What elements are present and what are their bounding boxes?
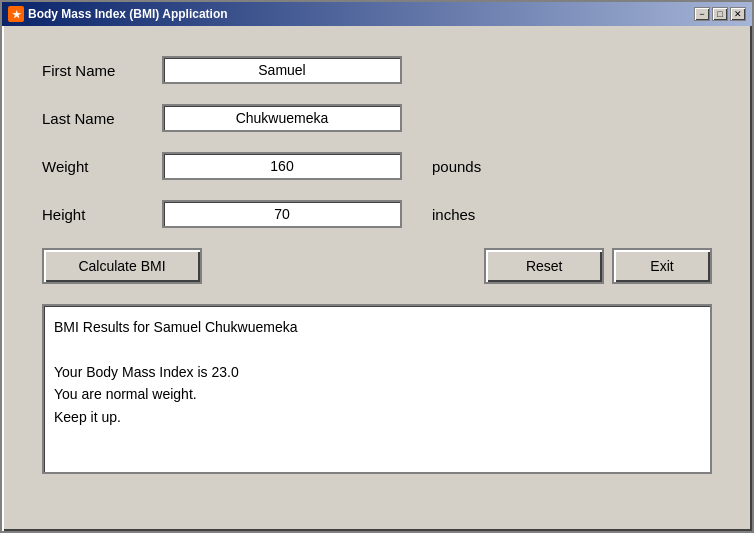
calculate-bmi-button[interactable]: Calculate BMI [42, 248, 202, 284]
button-row: Calculate BMI Reset Exit [42, 248, 712, 284]
first-name-label: First Name [42, 62, 142, 79]
app-icon: ★ [8, 6, 24, 22]
close-button[interactable]: ✕ [730, 7, 746, 21]
title-buttons: − □ ✕ [694, 7, 746, 21]
window-title: Body Mass Index (BMI) Application [28, 7, 228, 21]
height-unit-label: inches [432, 206, 475, 223]
weight-input[interactable] [162, 152, 402, 180]
weight-row: Weight pounds [42, 152, 712, 180]
first-name-input[interactable] [162, 56, 402, 84]
minimize-button[interactable]: − [694, 7, 710, 21]
height-row: Height inches [42, 200, 712, 228]
last-name-input[interactable] [162, 104, 402, 132]
main-window: ★ Body Mass Index (BMI) Application − □ … [0, 0, 754, 533]
weight-unit-label: pounds [432, 158, 481, 175]
weight-label: Weight [42, 158, 142, 175]
height-input[interactable] [162, 200, 402, 228]
exit-button[interactable]: Exit [612, 248, 712, 284]
last-name-row: Last Name [42, 104, 712, 132]
title-bar: ★ Body Mass Index (BMI) Application − □ … [2, 2, 752, 26]
results-textarea[interactable]: BMI Results for Samuel Chukwuemeka Your … [42, 304, 712, 474]
results-area-container: BMI Results for Samuel Chukwuemeka Your … [42, 304, 712, 511]
maximize-button[interactable]: □ [712, 7, 728, 21]
title-bar-left: ★ Body Mass Index (BMI) Application [8, 6, 228, 22]
last-name-label: Last Name [42, 110, 142, 127]
reset-button[interactable]: Reset [484, 248, 604, 284]
content-area: First Name Last Name Weight pounds Heigh… [2, 26, 752, 531]
height-label: Height [42, 206, 142, 223]
first-name-row: First Name [42, 56, 712, 84]
